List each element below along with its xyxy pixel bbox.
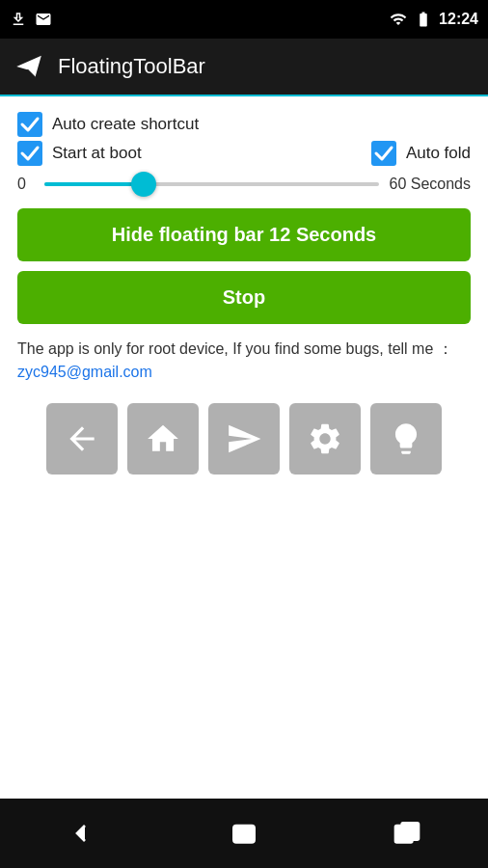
status-bar: 12:24 — [0, 0, 488, 39]
info-text-content: The app is only for root device, If you … — [17, 340, 453, 357]
status-left-icons — [10, 11, 52, 28]
nav-recents-button[interactable] — [378, 804, 436, 862]
home-icon — [145, 420, 181, 457]
clock-display: 12:24 — [439, 11, 478, 28]
auto-fold-right: Auto fold — [371, 141, 471, 166]
app-title: FloatingToolBar — [58, 54, 205, 79]
nav-home-icon — [229, 818, 259, 849]
info-text-block: The app is only for root device, If you … — [17, 338, 471, 384]
svg-rect-7 — [401, 823, 418, 839]
auto-create-shortcut-checkbox[interactable] — [17, 112, 42, 137]
bulb-icon — [388, 420, 424, 457]
slider-max-label: 60 Seconds — [389, 176, 471, 193]
app-logo-icon — [14, 51, 44, 82]
slider-min-label: 0 — [17, 176, 35, 193]
slider-thumb[interactable] — [131, 172, 156, 197]
start-at-boot-row: Start at boot Auto fold — [17, 141, 471, 166]
start-at-boot-checkbox[interactable] — [17, 141, 42, 166]
auto-create-shortcut-row: Auto create shortcut — [17, 112, 471, 137]
svg-marker-0 — [16, 56, 41, 77]
auto-create-shortcut-label: Auto create shortcut — [52, 115, 199, 134]
download-icon — [10, 11, 27, 28]
nav-home-button[interactable] — [215, 804, 273, 862]
toolbar-send-button[interactable] — [208, 403, 280, 475]
start-at-boot-left: Start at boot — [17, 141, 142, 166]
hide-floating-bar-button[interactable]: Hide floating bar 12 Seconds — [17, 208, 471, 261]
slider-fill — [44, 182, 145, 186]
toolbar-home-button[interactable] — [127, 403, 199, 475]
gmail-icon — [35, 11, 52, 28]
battery-icon — [414, 11, 433, 28]
gear-icon — [307, 420, 343, 457]
start-at-boot-label: Start at boot — [52, 144, 142, 163]
toolbar-back-button[interactable] — [46, 403, 118, 475]
slider-track[interactable] — [44, 182, 379, 186]
nav-back-button[interactable] — [52, 804, 110, 862]
email-link[interactable]: zyc945@gmail.com — [17, 364, 152, 380]
toolbar-settings-button[interactable] — [289, 403, 361, 475]
nav-recents-icon — [392, 818, 422, 849]
status-right-icons: 12:24 — [389, 11, 478, 28]
svg-rect-5 — [233, 826, 254, 842]
wifi-icon — [389, 11, 408, 28]
nav-back-icon — [66, 818, 96, 849]
auto-create-shortcut-left: Auto create shortcut — [17, 112, 199, 137]
auto-fold-label: Auto fold — [406, 144, 471, 163]
app-bar: FloatingToolBar — [0, 39, 488, 96]
stop-button[interactable]: Stop — [17, 271, 471, 324]
back-arrow-icon — [64, 420, 100, 457]
send-icon — [226, 420, 262, 457]
toolbar-icons-row — [17, 403, 471, 475]
slider-row: 0 60 Seconds — [17, 176, 471, 193]
bottom-nav-bar — [0, 799, 488, 868]
toolbar-bulb-button[interactable] — [370, 403, 442, 475]
auto-fold-checkbox[interactable] — [371, 141, 396, 166]
main-content: Auto create shortcut Start at boot Auto … — [0, 96, 488, 490]
